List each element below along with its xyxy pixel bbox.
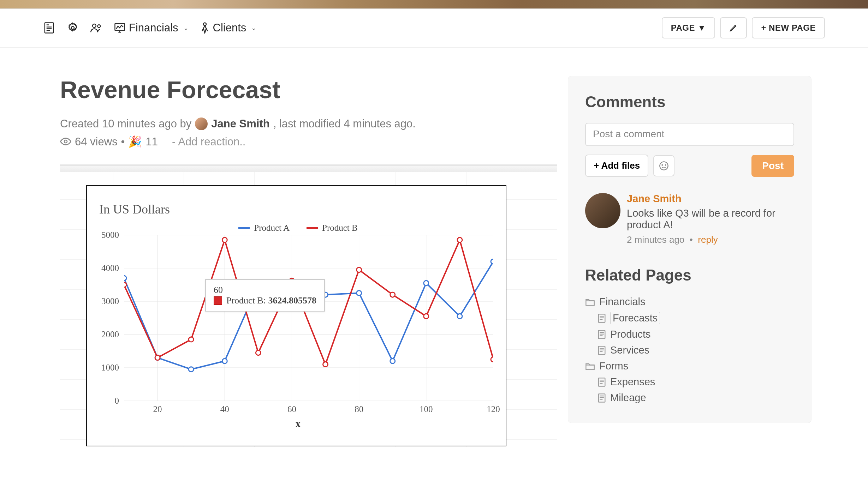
svg-point-36 <box>424 281 429 285</box>
nav-clients-label: Clients <box>213 22 246 34</box>
svg-rect-0 <box>45 23 53 33</box>
chevron-down-icon: ⌄ <box>251 24 256 32</box>
page-menu-button[interactable]: PAGE ▼ <box>662 17 715 38</box>
chart-legend: Product A Product B <box>99 223 497 233</box>
tree-folder[interactable]: Financials <box>585 294 794 310</box>
svg-point-39 <box>124 282 126 287</box>
y-tick: 0 <box>115 396 119 406</box>
svg-point-46 <box>357 267 362 272</box>
svg-point-43 <box>256 350 261 355</box>
y-tick: 1000 <box>101 363 119 373</box>
top-toolbar: Financials ⌄ Clients ⌄ PAGE ▼ + NEW PAGE <box>0 9 868 48</box>
comments-heading: Comments <box>585 93 794 111</box>
page-icon <box>598 393 606 403</box>
new-page-button[interactable]: + NEW PAGE <box>752 17 825 38</box>
svg-point-49 <box>457 237 462 242</box>
tree-label: Expenses <box>610 376 655 388</box>
pencil-icon <box>729 24 738 32</box>
reaction-emoji[interactable]: 🎉 <box>128 135 142 148</box>
chart-card[interactable]: In US Dollars Product A Product B <box>86 185 506 446</box>
meta-created: Created 10 minutes ago by Jane Smith, la… <box>60 118 557 130</box>
document-icon[interactable] <box>43 22 55 34</box>
page-title: Revenue Forcecast <box>60 76 557 103</box>
tree-page[interactable]: Products <box>598 326 794 342</box>
smiley-icon <box>659 161 669 171</box>
spreadsheet-grid[interactable]: In US Dollars Product A Product B <box>60 164 557 447</box>
stats-line: 64 views • 🎉 11 - Add reaction.. <box>60 135 557 148</box>
svg-point-42 <box>222 237 227 242</box>
avatar[interactable] <box>585 193 620 228</box>
comment-author[interactable]: Jane Smith <box>627 193 794 205</box>
avatar[interactable] <box>195 118 208 130</box>
comment-text: Looks like Q3 will be a record for produ… <box>627 207 794 231</box>
people-icon[interactable] <box>90 22 102 34</box>
tree-folder[interactable]: Forms <box>585 358 794 374</box>
svg-point-27 <box>124 276 126 281</box>
tree-page[interactable]: Expenses <box>598 374 794 390</box>
legend-item-product-a[interactable]: Product A <box>238 223 290 233</box>
svg-point-47 <box>390 292 395 297</box>
svg-point-30 <box>222 359 227 363</box>
page-icon <box>598 313 606 323</box>
tree-label: Forecasts <box>610 312 660 324</box>
x-tick: 100 <box>420 404 433 414</box>
emoji-button[interactable] <box>653 155 674 176</box>
eye-icon <box>60 135 71 148</box>
page-icon <box>598 330 606 339</box>
tree-label: Products <box>610 329 650 340</box>
chevron-down-icon: ⌄ <box>183 24 189 32</box>
column-headers <box>60 166 557 172</box>
nav-clients[interactable]: Clients ⌄ <box>200 22 257 34</box>
svg-point-5 <box>71 26 74 29</box>
tree-label: Services <box>610 344 649 356</box>
y-tick: 5000 <box>101 230 119 240</box>
svg-point-53 <box>665 164 666 165</box>
y-tick: 3000 <box>101 296 119 306</box>
chart-title: In US Dollars <box>99 202 497 217</box>
nav-financials-label: Financials <box>129 22 178 34</box>
reply-link[interactable]: reply <box>698 234 718 245</box>
svg-point-52 <box>662 164 663 165</box>
tooltip-swatch <box>214 296 222 305</box>
tree-page[interactable]: Mileage <box>598 390 794 406</box>
add-files-button[interactable]: + Add files <box>585 155 648 177</box>
y-tick: 4000 <box>101 263 119 273</box>
views-count: 64 views <box>75 135 118 148</box>
svg-point-45 <box>323 362 328 367</box>
svg-point-34 <box>357 291 362 296</box>
gear-icon[interactable] <box>67 22 79 34</box>
svg-point-35 <box>390 359 395 363</box>
chart-plot-area[interactable]: 60 Product B: 3624.805578 01000200030004… <box>124 235 493 401</box>
edit-button[interactable] <box>720 17 747 38</box>
svg-line-13 <box>206 28 207 31</box>
svg-point-40 <box>155 355 160 360</box>
tree-page[interactable]: Services <box>598 342 794 358</box>
y-tick: 2000 <box>101 330 119 339</box>
svg-point-7 <box>97 25 100 28</box>
svg-point-6 <box>93 24 96 28</box>
folder-icon <box>585 298 595 306</box>
banner-image <box>0 0 868 9</box>
post-button[interactable]: Post <box>751 155 794 177</box>
nav-financials[interactable]: Financials ⌄ <box>114 22 189 34</box>
reaction-count: 11 <box>145 135 157 148</box>
x-tick: 80 <box>355 404 363 414</box>
legend-swatch <box>238 227 250 229</box>
svg-point-29 <box>189 367 194 372</box>
page-icon <box>598 345 606 355</box>
legend-item-product-b[interactable]: Product B <box>307 223 358 233</box>
author-name[interactable]: Jane Smith <box>211 118 269 130</box>
svg-point-37 <box>457 314 462 319</box>
add-reaction-button[interactable]: - Add reaction.. <box>172 135 246 148</box>
comment-time: 2 minutes ago <box>627 234 684 245</box>
tree-label: Financials <box>599 296 646 308</box>
comments-panel: Comments + Add files Post Jane Smith Loo… <box>568 76 811 423</box>
x-tick: 20 <box>153 404 162 414</box>
svg-point-41 <box>189 337 194 342</box>
folder-icon <box>585 362 595 370</box>
related-tree: FinancialsForecastsProductsServicesForms… <box>585 294 794 406</box>
comment-input[interactable] <box>585 123 794 146</box>
svg-point-48 <box>424 314 429 319</box>
tree-page[interactable]: Forecasts <box>598 310 794 326</box>
x-tick: 60 <box>287 404 296 414</box>
